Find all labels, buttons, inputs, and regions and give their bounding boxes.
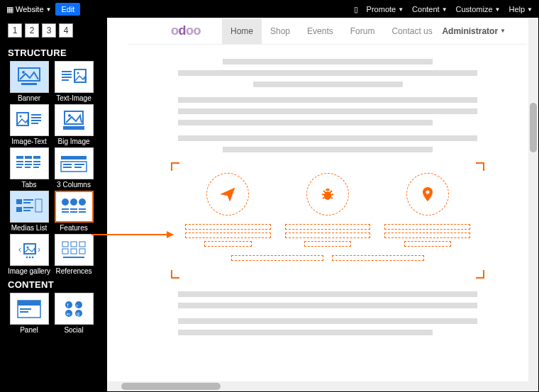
- pager-2[interactable]: 2: [25, 23, 39, 38]
- pager-1[interactable]: 1: [8, 23, 22, 38]
- svg-rect-23: [33, 161, 40, 162]
- svg-point-85: [426, 191, 429, 194]
- tile-references[interactable]: References: [52, 234, 95, 275]
- tile-panel[interactable]: Panel: [8, 293, 50, 334]
- svg-rect-2: [21, 83, 37, 85]
- tile-social[interactable]: fting Social: [52, 293, 95, 334]
- admin-menu[interactable]: Administrator▼: [442, 26, 506, 36]
- pager-3[interactable]: 3: [42, 23, 56, 38]
- scrollbar-thumb[interactable]: [121, 383, 221, 390]
- tile-image-gallery[interactable]: ‹› Image gallery: [8, 234, 50, 275]
- svg-rect-24: [16, 164, 23, 165]
- svg-rect-18: [16, 156, 23, 159]
- svg-point-44: [70, 198, 77, 206]
- svg-rect-46: [62, 208, 69, 210]
- paper-plane-icon: [206, 173, 249, 215]
- svg-rect-28: [25, 167, 30, 168]
- tile-big-image[interactable]: Big Image: [52, 104, 95, 145]
- svg-line-80: [330, 194, 333, 195]
- tile-text-image[interactable]: Text-Image: [52, 61, 95, 102]
- svg-point-45: [79, 198, 86, 206]
- svg-text:f: f: [67, 303, 69, 308]
- svg-rect-42: [35, 199, 42, 212]
- feature-item[interactable]: [384, 173, 470, 250]
- mobile-preview-button[interactable]: ▯: [354, 5, 358, 14]
- mobile-icon: ▯: [354, 5, 358, 14]
- website-menu-button[interactable]: ▦ Website ▼: [6, 5, 51, 14]
- content-tiles: Panel fting Social: [1, 293, 107, 334]
- svg-rect-26: [33, 164, 40, 165]
- nav-shop[interactable]: Shop: [262, 18, 299, 44]
- svg-rect-22: [25, 161, 32, 162]
- svg-text:‹: ‹: [18, 245, 21, 254]
- feature-item[interactable]: [185, 173, 271, 250]
- svg-text:g: g: [77, 311, 79, 317]
- svg-rect-62: [62, 249, 68, 254]
- sidebar-pager: 1 2 3 4: [1, 18, 107, 43]
- svg-point-54: [27, 246, 29, 248]
- chevron-down-icon: ▼: [46, 6, 52, 13]
- customize-menu[interactable]: Customize▼: [456, 5, 501, 13]
- placeholder-para: [178, 291, 477, 308]
- website-label: Website: [16, 5, 44, 13]
- chevron-down-icon: ▼: [495, 6, 501, 13]
- svg-point-43: [62, 198, 69, 206]
- nav-home[interactable]: Home: [222, 18, 262, 44]
- svg-point-8: [77, 72, 79, 74]
- svg-rect-37: [23, 199, 33, 201]
- help-menu[interactable]: Help▼: [509, 5, 533, 13]
- topbar-right: ▯ Promote▼ Content▼ Customize▼ Help▼: [354, 5, 533, 14]
- svg-rect-65: [63, 257, 84, 258]
- canvas-scrollbar-vertical[interactable]: [528, 18, 538, 391]
- nav-forum[interactable]: Forum: [342, 18, 384, 44]
- tile-features[interactable]: Features: [52, 191, 95, 232]
- nav-events[interactable]: Events: [299, 18, 342, 44]
- nav-contact[interactable]: Contact us: [383, 18, 440, 44]
- pager-4[interactable]: 4: [59, 23, 73, 38]
- feature-item[interactable]: [285, 173, 371, 250]
- svg-rect-67: [18, 301, 40, 306]
- canvas-scrollbar-horizontal[interactable]: [107, 381, 528, 391]
- edit-button[interactable]: Edit: [55, 3, 80, 16]
- svg-rect-35: [74, 167, 82, 168]
- svg-rect-0: [18, 68, 40, 81]
- svg-rect-39: [16, 207, 22, 212]
- svg-point-56: [26, 256, 28, 258]
- tile-medias-list[interactable]: Medias List: [8, 191, 50, 232]
- tile-tabs[interactable]: Tabs: [8, 147, 50, 189]
- svg-rect-38: [23, 202, 30, 203]
- site-navbar: odoo Home Shop Events Forum Contact us A…: [128, 18, 527, 45]
- svg-rect-60: [71, 242, 77, 247]
- tile-image-text[interactable]: Image-Text: [8, 104, 50, 145]
- svg-rect-4: [62, 74, 72, 75]
- website-canvas: odoo Home Shop Events Forum Contact us A…: [107, 18, 538, 391]
- svg-rect-11: [31, 114, 41, 116]
- svg-rect-48: [79, 208, 86, 210]
- svg-rect-6: [62, 79, 69, 81]
- bug-icon: [306, 173, 349, 215]
- features-block-dropzone[interactable]: [171, 162, 484, 279]
- svg-point-1: [22, 71, 25, 74]
- drag-arrow-indicator: [91, 234, 173, 235]
- selection-corner: [476, 270, 484, 279]
- tile-banner[interactable]: Banner: [8, 61, 50, 102]
- svg-text:›: ›: [38, 245, 40, 254]
- svg-rect-20: [33, 156, 40, 159]
- grid-icon: ▦: [6, 5, 13, 14]
- svg-rect-51: [79, 211, 86, 213]
- svg-rect-12: [31, 117, 41, 118]
- scrollbar-thumb[interactable]: [530, 103, 537, 152]
- svg-rect-68: [20, 308, 31, 310]
- svg-rect-25: [25, 164, 32, 165]
- topbar-left: ▦ Website ▼ Edit: [6, 3, 80, 16]
- svg-rect-36: [16, 199, 22, 204]
- odoo-logo: odoo: [171, 23, 201, 38]
- content-menu[interactable]: Content▼: [412, 5, 447, 13]
- svg-rect-27: [16, 167, 22, 168]
- tile-3-columns[interactable]: 3 Columns: [52, 147, 95, 189]
- svg-point-16: [68, 114, 71, 117]
- svg-rect-3: [62, 71, 72, 72]
- svg-rect-34: [74, 164, 84, 165]
- promote-menu[interactable]: Promote▼: [367, 5, 404, 13]
- selection-corner: [171, 162, 179, 171]
